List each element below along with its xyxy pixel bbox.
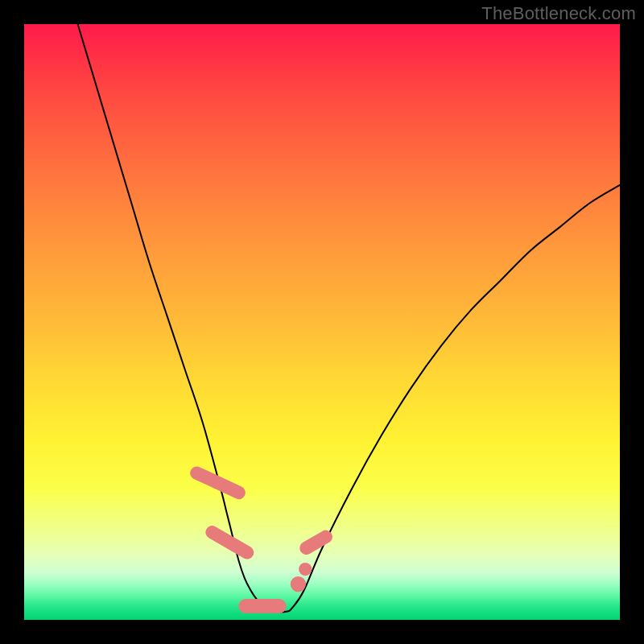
bottleneck-curve	[78, 24, 620, 612]
highlight-right-dot2	[299, 563, 312, 576]
curve-svg	[24, 24, 620, 620]
watermark-text: TheBottleneck.com	[481, 3, 636, 24]
highlight-right-seg	[297, 528, 335, 557]
chart-frame: TheBottleneck.com	[0, 0, 644, 644]
highlight-markers	[188, 464, 335, 613]
highlight-left-2	[203, 523, 256, 561]
highlight-left	[188, 464, 248, 502]
highlight-right-dot1	[291, 576, 306, 592]
plot-area	[24, 24, 620, 620]
highlight-bottom	[238, 599, 286, 613]
